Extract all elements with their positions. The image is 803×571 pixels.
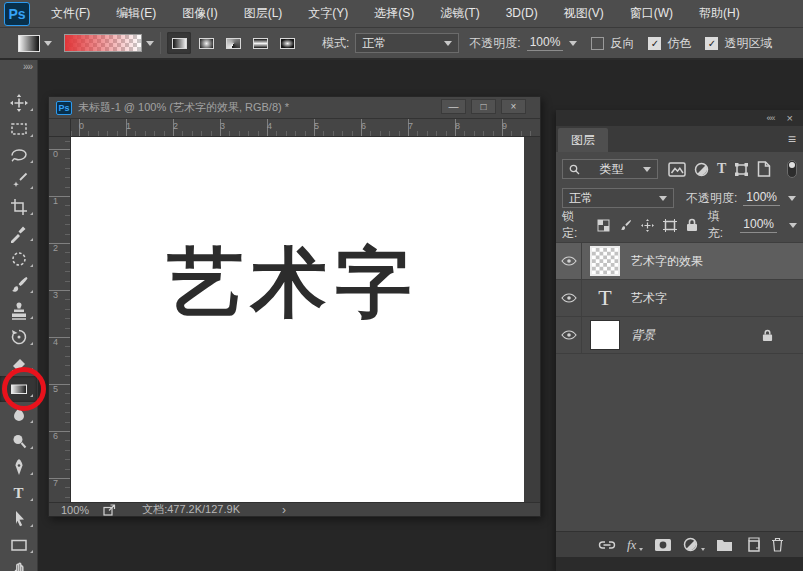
chevron-down-icon[interactable] bbox=[788, 196, 796, 201]
document-title-bar[interactable]: Ps 未标题-1 @ 100% (艺术字的效果, RGB/8) * — □ × bbox=[49, 97, 540, 119]
transparency-option[interactable]: ✓ 透明区域 bbox=[705, 35, 772, 52]
collapse-panel-icon[interactable]: «« bbox=[767, 113, 775, 123]
export-icon[interactable] bbox=[103, 504, 116, 516]
adjustment-filter-icon[interactable] bbox=[694, 162, 709, 177]
path-selection-tool[interactable] bbox=[0, 506, 37, 532]
tab-layers[interactable]: 图层 bbox=[558, 128, 608, 152]
brush-tool[interactable] bbox=[0, 272, 37, 298]
pixel-filter-icon[interactable] bbox=[668, 162, 686, 177]
adjustment-layer-icon[interactable] bbox=[683, 537, 698, 552]
layer-style-icon[interactable]: fx bbox=[627, 537, 636, 553]
fill-value[interactable]: 100% bbox=[740, 217, 777, 233]
mode-select[interactable]: 正常 bbox=[355, 33, 459, 53]
chevron-down-icon[interactable] bbox=[569, 41, 577, 46]
panel-opacity-value[interactable]: 100% bbox=[743, 190, 780, 206]
type-tool[interactable]: T bbox=[0, 480, 37, 506]
text-layer-thumbnail[interactable]: T bbox=[590, 283, 620, 313]
chevron-down-icon[interactable] bbox=[789, 223, 797, 228]
healing-brush-tool[interactable] bbox=[0, 246, 37, 272]
lock-transparency-icon[interactable] bbox=[597, 219, 610, 232]
clone-stamp-tool[interactable] bbox=[0, 298, 37, 324]
pen-tool[interactable] bbox=[0, 454, 37, 480]
lock-all-icon[interactable] bbox=[686, 218, 698, 232]
visibility-toggle[interactable] bbox=[556, 243, 582, 279]
delete-layer-icon[interactable] bbox=[771, 537, 784, 552]
lock-artboard-icon[interactable] bbox=[663, 219, 677, 232]
transparency-checkbox[interactable]: ✓ bbox=[705, 37, 718, 50]
menu-select[interactable]: 选择(S) bbox=[361, 0, 427, 27]
lasso-tool[interactable] bbox=[0, 142, 37, 168]
diamond-gradient-button[interactable] bbox=[275, 32, 299, 54]
status-chevron-icon[interactable]: › bbox=[282, 503, 286, 517]
menu-help[interactable]: 帮助(H) bbox=[686, 0, 753, 27]
menu-3d[interactable]: 3D(D) bbox=[493, 0, 551, 27]
menu-edit[interactable]: 编辑(E) bbox=[103, 0, 169, 27]
blur-tool[interactable] bbox=[0, 402, 37, 428]
visibility-toggle[interactable] bbox=[556, 280, 582, 316]
layer-name[interactable]: 艺术字的效果 bbox=[631, 253, 703, 270]
filter-type-select[interactable]: 类型 bbox=[562, 159, 658, 179]
lock-position-icon[interactable] bbox=[641, 219, 654, 232]
blend-mode-select[interactable]: 正常 bbox=[562, 188, 674, 208]
layer-thumbnail[interactable] bbox=[590, 320, 620, 350]
chevron-down-icon[interactable] bbox=[146, 41, 154, 46]
reverse-checkbox[interactable] bbox=[591, 37, 604, 50]
reverse-option[interactable]: 反向 bbox=[591, 35, 634, 52]
dodge-tool[interactable] bbox=[0, 428, 37, 454]
panel-menu-icon[interactable]: ≡ bbox=[788, 131, 795, 147]
maximize-button[interactable]: □ bbox=[471, 99, 496, 114]
move-tool[interactable] bbox=[0, 90, 37, 116]
visibility-toggle[interactable] bbox=[556, 317, 582, 353]
layer-mask-icon[interactable] bbox=[654, 538, 672, 552]
mode-label: 模式: bbox=[322, 35, 349, 52]
layer-name[interactable]: 艺术字 bbox=[631, 290, 667, 307]
crop-tool[interactable] bbox=[0, 194, 37, 220]
toolbar-expand-icon[interactable]: »» bbox=[0, 60, 37, 76]
eyedropper-tool[interactable] bbox=[0, 220, 37, 246]
gradient-preview[interactable] bbox=[64, 34, 142, 52]
close-button[interactable]: × bbox=[501, 99, 526, 114]
gradient-tool[interactable] bbox=[0, 376, 37, 402]
marquee-tool[interactable] bbox=[0, 116, 37, 142]
chevron-down-icon[interactable] bbox=[44, 41, 52, 46]
shape-filter-icon[interactable] bbox=[734, 162, 749, 177]
linear-gradient-button[interactable] bbox=[167, 32, 191, 54]
minimize-button[interactable]: — bbox=[441, 99, 466, 114]
menu-window[interactable]: 窗口(W) bbox=[617, 0, 686, 27]
layer-row-effect[interactable]: 艺术字的效果 bbox=[556, 243, 803, 280]
opacity-value[interactable]: 100% bbox=[527, 35, 564, 51]
canvas-area[interactable]: 艺术字 bbox=[71, 137, 524, 504]
layer-row-background[interactable]: 背景 bbox=[556, 317, 803, 354]
menu-layer[interactable]: 图层(L) bbox=[231, 0, 296, 27]
menu-file[interactable]: 文件(F) bbox=[38, 0, 103, 27]
angle-gradient-button[interactable] bbox=[221, 32, 245, 54]
reflected-gradient-button[interactable] bbox=[248, 32, 272, 54]
layer-row-text[interactable]: T 艺术字 bbox=[556, 280, 803, 317]
menu-image[interactable]: 图像(I) bbox=[169, 0, 230, 27]
eraser-tool[interactable] bbox=[0, 350, 37, 376]
radial-gradient-button[interactable] bbox=[194, 32, 218, 54]
layer-thumbnail[interactable] bbox=[590, 246, 620, 276]
layer-name[interactable]: 背景 bbox=[631, 327, 655, 344]
tool-preset-swatch[interactable] bbox=[18, 35, 40, 52]
dither-checkbox[interactable]: ✓ bbox=[648, 37, 661, 50]
close-panel-icon[interactable]: × bbox=[787, 112, 793, 124]
new-group-icon[interactable] bbox=[716, 538, 733, 552]
hand-tool[interactable] bbox=[0, 558, 37, 571]
new-layer-icon[interactable] bbox=[744, 537, 760, 552]
zoom-level[interactable]: 100% bbox=[61, 504, 89, 516]
smart-object-filter-icon[interactable] bbox=[757, 161, 771, 177]
link-layers-icon[interactable] bbox=[598, 539, 616, 551]
menu-filter[interactable]: 滤镜(T) bbox=[427, 0, 492, 27]
document-size-info[interactable]: 文档:477.2K/127.9K bbox=[142, 502, 240, 517]
menu-view[interactable]: 视图(V) bbox=[551, 0, 617, 27]
shape-tool[interactable] bbox=[0, 532, 37, 558]
magic-wand-tool[interactable] bbox=[0, 168, 37, 194]
ruler-label: 1 bbox=[126, 121, 131, 131]
type-filter-icon[interactable]: T bbox=[717, 161, 726, 177]
dither-option[interactable]: ✓ 仿色 bbox=[648, 35, 691, 52]
history-brush-tool[interactable] bbox=[0, 324, 37, 350]
lock-pixels-icon[interactable] bbox=[619, 219, 632, 232]
filter-toggle[interactable] bbox=[787, 160, 797, 178]
menu-type[interactable]: 文字(Y) bbox=[295, 0, 361, 27]
